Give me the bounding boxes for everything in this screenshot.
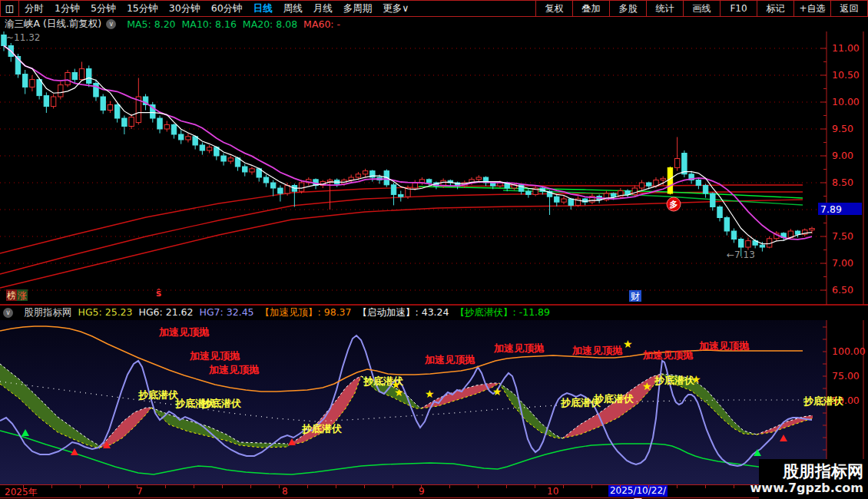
date-tick xyxy=(677,485,678,488)
toolbar-button[interactable]: 返回 xyxy=(830,1,867,16)
indicator-value-label: 股朋指标网 xyxy=(24,306,72,319)
watermark: 股朋指标网 www.7gpzb.com xyxy=(759,459,868,499)
indicator-value-label: 【加速见顶】: 98.37 xyxy=(260,306,352,319)
top-menu-bar: ◫ 分时1分钟5分钟15分钟30分钟60分钟日线周线月线多周期更多∨ 复权叠加多… xyxy=(0,0,868,17)
tab-period[interactable]: 5分钟 xyxy=(85,2,121,15)
toolbar-button[interactable]: 标记 xyxy=(757,1,793,16)
candle-body xyxy=(711,193,715,207)
label-chaodi-qianfu: 抄底潜伏 xyxy=(803,395,844,407)
tab-period[interactable]: 更多∨ xyxy=(377,2,414,15)
toolbar-button[interactable]: 叠加 xyxy=(572,1,609,16)
toolbar-button[interactable]: 复权 xyxy=(535,1,572,16)
toolbar-button[interactable]: 统计 xyxy=(646,1,683,16)
toolbar-buttons: 复权叠加多股统计画线F10标记+自选返回 xyxy=(535,1,867,16)
tab-period[interactable]: 60分钟 xyxy=(206,2,248,15)
tab-period[interactable]: 15分钟 xyxy=(121,2,164,15)
candle-body xyxy=(65,73,70,85)
label-jiasu-jianding: 加速见顶抛 xyxy=(493,342,545,354)
candle-body xyxy=(674,159,679,168)
date-axis-label: 7 xyxy=(137,486,143,497)
candle-body xyxy=(412,183,417,188)
label-jiasu-jianding: 加速见顶抛 xyxy=(208,364,260,375)
ma-value-label: MA10: 8.16 xyxy=(182,18,237,30)
date-tick xyxy=(506,485,507,488)
candle-body xyxy=(171,124,176,134)
date-tick xyxy=(591,485,592,488)
candle-body xyxy=(661,178,665,180)
date-tick xyxy=(449,485,450,488)
sub-axis-label: 75.00 xyxy=(832,370,860,382)
price-axis-label: 8.50 xyxy=(832,177,853,188)
candle-body xyxy=(108,105,112,111)
candle-body xyxy=(179,134,184,140)
price-axis-label: 7.50 xyxy=(832,230,853,242)
label-jiasu-jianding: 加速见顶抛 xyxy=(642,349,694,361)
star-marker: ★ xyxy=(492,385,502,398)
toolbar-button[interactable]: 画线 xyxy=(683,1,720,16)
tab-period[interactable]: 30分钟 xyxy=(164,2,206,15)
candle-body xyxy=(164,124,169,129)
toolbar-button[interactable]: +自选 xyxy=(793,1,830,16)
date-tick xyxy=(393,485,393,488)
long-ma-red-3 xyxy=(0,200,803,288)
symbol-title: 渝三峡A (日线.前复权) xyxy=(5,18,101,31)
candle-body xyxy=(731,231,736,240)
current-date-label: 2025/10/22/三 xyxy=(608,485,668,497)
current-price-label: 7.89 xyxy=(820,203,842,215)
ma-value-label: MA20: 8.08 xyxy=(243,18,297,30)
cai-badge-text: 财 xyxy=(631,291,640,302)
candle-body xyxy=(72,73,77,80)
label-chaodi-qianfu: 抄底潜伏 xyxy=(200,398,242,409)
tab-period[interactable]: 周线 xyxy=(278,2,308,15)
label-chaodi-qianfu: 抄底潜伏 xyxy=(654,375,695,386)
label-chaodi-qianfu: 抄底潜伏 xyxy=(593,393,634,405)
candle-body xyxy=(44,96,48,107)
candle-body xyxy=(285,186,290,194)
low-price-label: ←7.13 xyxy=(727,250,755,260)
window-split-icon[interactable]: ◫ xyxy=(1,1,19,16)
candle-body xyxy=(555,197,559,202)
date-tick xyxy=(137,485,137,488)
label-chaodi-qianfu: 抄底潜伏 xyxy=(137,389,179,401)
high-price-label: ~11.32 xyxy=(6,32,40,43)
indicator-collapse-icon[interactable]: ∨ xyxy=(3,308,13,318)
candle-body xyxy=(221,156,226,161)
date-tick xyxy=(620,485,621,488)
candle-body xyxy=(476,177,481,180)
label-jiasu-jianding: 加速见顶抛 xyxy=(189,350,240,362)
toolbar-button[interactable]: 多股 xyxy=(609,1,646,16)
candle-body xyxy=(391,185,396,195)
date-tick xyxy=(705,485,706,488)
tab-period[interactable]: 日线 xyxy=(248,2,278,15)
toolbar-button[interactable]: F10 xyxy=(720,1,757,16)
tab-period[interactable]: 月线 xyxy=(308,2,338,15)
tab-period[interactable]: 1分钟 xyxy=(49,2,85,15)
candle-body xyxy=(157,118,162,129)
label-jiasu-jianding: 加速见顶抛 xyxy=(571,345,623,356)
date-tick xyxy=(194,485,194,488)
tab-period[interactable]: 分时 xyxy=(19,2,49,15)
label-chaodi-qianfu: 抄底潜伏 xyxy=(301,423,343,435)
candle-body xyxy=(270,183,275,188)
label-jiasu-jianding: 加速见顶抛 xyxy=(698,340,750,352)
candle-body xyxy=(682,154,687,174)
date-tick xyxy=(279,485,280,488)
date-tick xyxy=(563,485,564,488)
price-axis-label: 10.50 xyxy=(832,69,860,81)
candle-body xyxy=(526,191,531,194)
date-tick xyxy=(421,485,422,488)
ma10-line xyxy=(4,46,812,240)
price-axis-label: 10.00 xyxy=(832,96,860,107)
collapse-icon[interactable]: ∨ xyxy=(106,19,116,29)
ma-values: MA5: 8.20MA10: 8.16MA20: 8.08MA60: - xyxy=(121,18,340,30)
candle-body xyxy=(739,240,744,248)
candle-body xyxy=(717,207,722,218)
tab-period[interactable]: 多周期 xyxy=(338,2,378,15)
candle-body xyxy=(58,85,63,97)
candle-body xyxy=(263,177,268,183)
price-axis-label: 9.50 xyxy=(832,123,853,134)
date-tick xyxy=(364,485,365,488)
candle-body xyxy=(399,194,403,197)
candle-body xyxy=(639,183,644,188)
date-tick xyxy=(23,485,24,488)
